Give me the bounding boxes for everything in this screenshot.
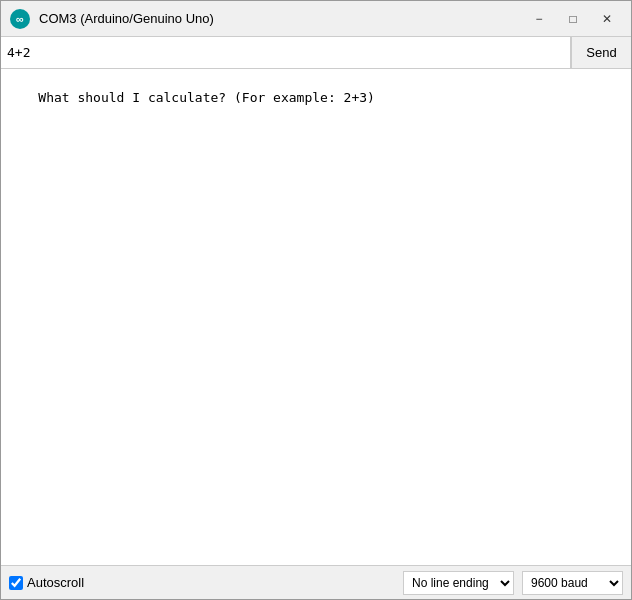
main-window: ∞ COM3 (Arduino/Genuino Uno) − □ ✕ Send … (0, 0, 632, 600)
serial-output-text: What should I calculate? (For example: 2… (38, 90, 375, 105)
svg-text:∞: ∞ (16, 13, 24, 25)
autoscroll-label[interactable]: Autoscroll (9, 575, 84, 590)
status-bar: Autoscroll No line ending Newline Carria… (1, 565, 631, 599)
serial-output: What should I calculate? (For example: 2… (1, 69, 631, 565)
title-bar: ∞ COM3 (Arduino/Genuino Uno) − □ ✕ (1, 1, 631, 37)
window-title: COM3 (Arduino/Genuino Uno) (39, 11, 523, 26)
minimize-button[interactable]: − (523, 5, 555, 33)
send-button[interactable]: Send (571, 37, 631, 68)
serial-input[interactable] (1, 37, 571, 68)
autoscroll-text: Autoscroll (27, 575, 84, 590)
input-row: Send (1, 37, 631, 69)
maximize-button[interactable]: □ (557, 5, 589, 33)
close-button[interactable]: ✕ (591, 5, 623, 33)
line-ending-select[interactable]: No line ending Newline Carriage return B… (403, 571, 514, 595)
arduino-logo-icon: ∞ (9, 8, 31, 30)
baud-rate-select[interactable]: 300 baud 1200 baud 2400 baud 4800 baud 9… (522, 571, 623, 595)
window-controls: − □ ✕ (523, 5, 623, 33)
autoscroll-checkbox[interactable] (9, 576, 23, 590)
